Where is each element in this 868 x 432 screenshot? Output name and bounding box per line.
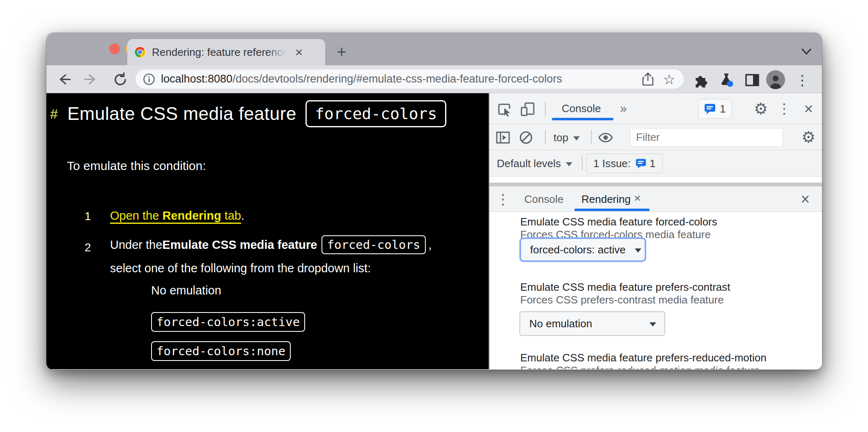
console-filter-input[interactable]	[630, 128, 783, 147]
eye-icon	[598, 131, 613, 144]
close-window-button[interactable]	[109, 44, 120, 54]
section2-subtitle: Forces CSS prefers-contrast media featur…	[520, 294, 724, 306]
rendering-tab-link[interactable]: Open the Rendering tab	[110, 209, 241, 222]
caret-down-icon	[573, 136, 580, 140]
section2-title: Emulate CSS media feature prefers-contra…	[520, 281, 730, 294]
reload-button[interactable]	[111, 71, 129, 89]
context-value: top	[553, 131, 568, 144]
link-bold: Rendering	[162, 209, 221, 222]
nav-toolbar: localhost:8080/docs/devtools/rendering/#…	[46, 65, 822, 93]
tab-title-wrap: Rendering: feature reference -	[152, 45, 290, 60]
drawer-close-icon[interactable]: ×	[797, 191, 814, 208]
tab-console-main[interactable]: Console	[562, 102, 601, 115]
option-code-none: forced-colors:none	[151, 341, 291, 361]
prefers-contrast-select[interactable]: No emulation	[519, 311, 665, 336]
inspect-cursor-icon	[497, 102, 512, 117]
issues-counter-button[interactable]: 1	[698, 99, 732, 119]
devtools-settings-gear-icon[interactable]: ⚙	[752, 100, 769, 117]
url-text: localhost:8080/docs/devtools/rendering/#…	[161, 73, 562, 85]
log-levels-dropdown[interactable]: Default levels	[497, 156, 572, 171]
inspect-element-button[interactable]	[496, 101, 513, 118]
anchor-hash-link[interactable]: #	[50, 106, 67, 122]
step1-number: 1	[85, 210, 91, 223]
experiments-flask-button[interactable]	[717, 71, 735, 89]
console-infobar: Default levels 1 Issue: 1	[489, 150, 822, 177]
forward-arrow-icon	[84, 73, 99, 86]
link-post: tab	[221, 209, 241, 222]
webpage: # Emulate CSS media feature forced-color…	[46, 93, 489, 369]
profile-avatar[interactable]	[766, 70, 785, 89]
section3-subtitle: Forces CSS prefers-reduced-motion media …	[520, 364, 760, 369]
block-icon	[519, 131, 533, 145]
console-sidebar-toggle[interactable]	[494, 129, 512, 146]
page-title: Emulate CSS media feature	[67, 103, 296, 124]
live-expression-button[interactable]	[597, 129, 614, 146]
drawer-splitter[interactable]	[489, 183, 822, 186]
page-heading-row: # Emulate CSS media feature forced-color…	[50, 100, 446, 127]
rendering-panel: Emulate CSS media feature forced-colors …	[489, 212, 822, 369]
forced-colors-select[interactable]: forced-colors: active	[519, 237, 646, 262]
puzzle-icon	[693, 73, 708, 87]
device-toolbar-button[interactable]	[519, 101, 536, 118]
section3-title: Emulate CSS media feature prefers-reduce…	[520, 352, 767, 364]
share-icon[interactable]	[642, 72, 654, 86]
step1-text: Open the Rendering tab.	[110, 209, 244, 223]
url-path: /docs/devtools/rendering/#emulate-css-me…	[232, 73, 562, 85]
side-panel-button[interactable]	[743, 71, 761, 89]
tab-title-fade	[267, 45, 290, 60]
clear-console-button[interactable]	[517, 129, 535, 146]
more-tabs-icon[interactable]: »	[620, 101, 627, 115]
bookmark-star-icon[interactable]: ☆	[663, 72, 675, 86]
omnibox-actions: ☆	[642, 72, 684, 86]
step2-number: 2	[85, 241, 91, 254]
separator	[545, 130, 546, 145]
drawer-menu-kebab-icon[interactable]: ⋮	[496, 191, 510, 208]
drawer-tab-rendering[interactable]: Rendering	[581, 193, 631, 206]
flask-icon	[718, 72, 735, 88]
tab-search-chevron-icon[interactable]	[799, 47, 814, 57]
caret-down-icon	[635, 248, 641, 253]
issues-bubble-icon	[704, 103, 716, 115]
site-info-icon[interactable]	[143, 73, 155, 85]
forward-button[interactable]	[82, 71, 100, 89]
console-sidebar-icon	[496, 131, 510, 144]
context-selector[interactable]: top	[553, 130, 580, 145]
back-arrow-icon	[57, 73, 72, 86]
rendering-tab-underline	[574, 209, 650, 211]
device-toolbar-icon	[520, 102, 535, 117]
address-bar[interactable]: localhost:8080/docs/devtools/rendering/#…	[135, 69, 684, 89]
browser-tab[interactable]: Rendering: feature reference - ×	[127, 39, 325, 65]
screenshot-stage: Rendering: feature reference - × +	[0, 0, 868, 432]
caret-down-icon	[566, 162, 572, 166]
drawer-tabbar: ⋮ Console Rendering × ×	[489, 186, 822, 212]
log-levels-label: Default levels	[497, 157, 561, 170]
issues-count: 1	[720, 103, 726, 115]
devtools-menu-kebab-icon[interactable]: ⋮	[777, 100, 792, 117]
console-messages-area	[489, 177, 822, 183]
console-settings-gear-icon[interactable]: ⚙	[800, 129, 817, 146]
intro-paragraph: To emulate this condition:	[67, 159, 206, 173]
back-button[interactable]	[55, 71, 73, 89]
section1-title: Emulate CSS media feature forced-colors	[520, 216, 717, 228]
separator	[545, 101, 546, 116]
person-icon	[767, 73, 784, 89]
link-pre: Open the	[110, 209, 162, 222]
drawer-tab-console[interactable]: Console	[524, 193, 563, 206]
step2-line2: select one of the following from the dro…	[110, 262, 371, 275]
extensions-button[interactable]	[691, 71, 710, 89]
step2-bold: Emulate CSS media feature	[162, 238, 317, 252]
tab-close-icon[interactable]: ×	[291, 44, 307, 60]
step1-period: .	[241, 209, 244, 222]
step2-pre: Under the	[110, 238, 162, 252]
forced-colors-select-value: forced-colors: active	[530, 244, 626, 256]
issue-pill-count: 1	[650, 157, 655, 170]
devtools-close-icon[interactable]: ×	[800, 100, 817, 117]
step2-code-chip: forced-colors	[321, 235, 426, 254]
page-title-code: forced-colors	[305, 100, 446, 127]
browser-menu-kebab-icon[interactable]: ⋮	[796, 71, 808, 89]
browser-window: Rendering: feature reference - × +	[46, 33, 822, 370]
rendering-tab-close-icon[interactable]: ×	[634, 192, 641, 205]
issue-pill-button[interactable]: 1 Issue: 1	[586, 154, 663, 173]
step2-line1: Under the Emulate CSS media feature forc…	[110, 235, 432, 254]
new-tab-button[interactable]: +	[333, 44, 351, 61]
